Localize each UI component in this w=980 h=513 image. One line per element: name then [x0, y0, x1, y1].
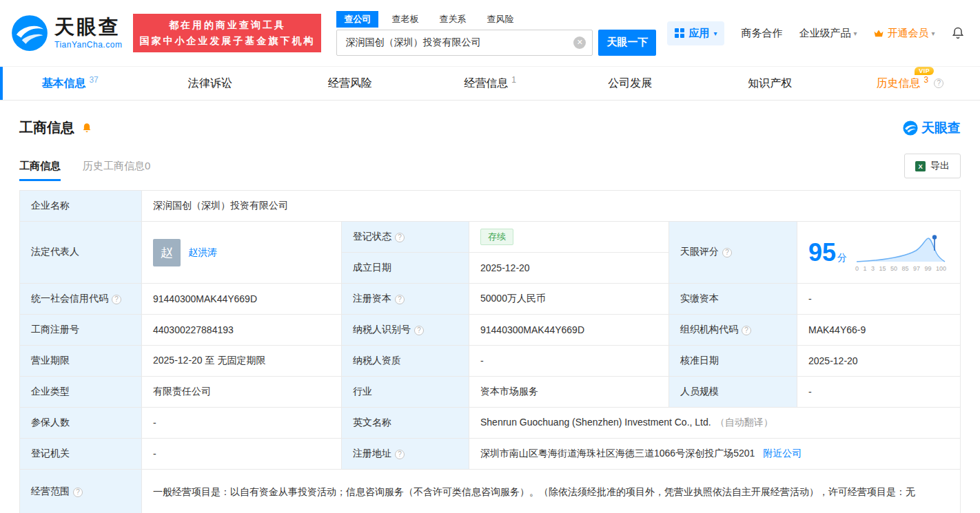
tab-label: 历史信息: [877, 76, 921, 91]
search-tab-company[interactable]: 查公司: [336, 11, 378, 28]
page: 天眼查 TianYanCha.com 都在用的商业查询工具 国家中小企业发展子基…: [0, 0, 980, 513]
crown-icon: [873, 29, 884, 38]
table-row: 登记机关 - 注册地址? 深圳市南山区粤海街道海珠社区海德三道1066号深创投广…: [20, 439, 961, 470]
search-tab-risk[interactable]: 查风险: [479, 11, 521, 28]
field-label-taxpayer-quality: 纳税人资质: [342, 346, 469, 377]
field-value-credit-code: 91440300MAK44Y669D: [142, 284, 342, 315]
help-icon[interactable]: ?: [742, 326, 751, 335]
field-label-business-term: 营业期限: [20, 346, 142, 377]
tab-label: 基本信息: [41, 76, 85, 91]
tab-history-info[interactable]: 历史信息 3 VIP ?: [840, 67, 980, 100]
help-icon[interactable]: ?: [934, 78, 943, 88]
field-value-insured-count: -: [142, 408, 342, 439]
field-label-english-name: 英文名称: [342, 408, 469, 439]
subscribe-bell-icon[interactable]: [81, 122, 93, 134]
field-value-company-name: 深润国创（深圳）投资有限公司: [142, 191, 961, 222]
table-row: 法定代表人 赵 赵洪涛 登记状态? 存续 天眼评分?: [20, 222, 961, 253]
field-value-company-type: 有限责任公司: [142, 377, 342, 408]
field-label-credit-code: 统一社会信用代码?: [20, 284, 142, 315]
tab-count: 3: [924, 75, 929, 85]
subtab-history-business-info[interactable]: 历史工商信息0: [83, 160, 150, 181]
search-input[interactable]: [336, 30, 593, 56]
field-label-business-scope: 经营范围?: [20, 470, 142, 513]
help-icon[interactable]: ?: [395, 295, 405, 304]
help-icon[interactable]: ?: [722, 248, 732, 258]
subtab-business-info[interactable]: 工商信息: [19, 160, 61, 181]
address-text: 深圳市南山区粤海街道海珠社区海德三道1066号深创投广场5201: [480, 448, 755, 459]
clear-search-icon[interactable]: ×: [573, 36, 586, 49]
table-row: 工商注册号 440300227884193 纳税人识别号? 91440300MA…: [20, 315, 961, 346]
field-value-legal-rep: 赵 赵洪涛: [142, 222, 342, 284]
tab-basic-info[interactable]: 基本信息 37: [0, 67, 140, 100]
tick-label: 1: [864, 265, 867, 272]
section-title: 工商信息: [19, 118, 74, 137]
auto-translate-note: （自动翻译）: [715, 417, 773, 428]
legal-rep-link[interactable]: 赵洪涛: [188, 247, 217, 259]
bell-icon: [951, 26, 965, 40]
search-input-wrap: ×: [336, 30, 593, 56]
table-row: 统一社会信用代码? 91440300MAK44Y669D 注册资本? 50000…: [20, 284, 961, 315]
nav-business-cooperation[interactable]: 商务合作: [741, 27, 782, 40]
tab-label: 经营信息: [464, 76, 508, 91]
search-tab-relation[interactable]: 查关系: [431, 11, 473, 28]
nearby-companies-link[interactable]: 附近公司: [763, 448, 802, 459]
promo-banner: 都在用的商业查询工具 国家中小企业发展子基金旗下机构: [133, 14, 321, 52]
english-name-text: Shenrun Guochuang (Shenzhen) Investment …: [480, 417, 711, 428]
tab-legal-proceedings[interactable]: 法律诉讼: [140, 67, 280, 100]
field-label-score: 天眼评分?: [669, 222, 797, 284]
field-value-taxpayer-quality: -: [469, 346, 669, 377]
field-value-reg-status: 存续: [469, 222, 669, 253]
field-label-approval-date: 核准日期: [669, 346, 797, 377]
table-row: 参保人数 - 英文名称 Shenrun Guochuang (Shenzhen)…: [20, 408, 961, 439]
field-value-business-scope: 一般经营项目是：以自有资金从事投资活动；信息咨询服务（不含许可类信息咨询服务）。…: [142, 470, 961, 513]
field-value-reg-authority: -: [142, 439, 342, 470]
help-icon[interactable]: ?: [395, 450, 405, 459]
help-icon[interactable]: ?: [414, 326, 424, 335]
apps-menu[interactable]: 应用 ▾: [667, 21, 724, 45]
score-value: 95: [808, 238, 836, 266]
search-row: × 天眼一下: [336, 30, 656, 56]
caret-down-icon: ▾: [931, 30, 935, 37]
field-value-establish-date: 2025-12-20: [469, 253, 669, 284]
subtab-bar: 工商信息 历史工商信息0 X 导出: [19, 154, 961, 181]
nav-enterprise-products[interactable]: 企业级产品 ▾: [799, 27, 857, 40]
nav-vip-upgrade[interactable]: 开通会员 ▾: [873, 27, 935, 40]
watermark-text: 天眼查: [921, 119, 961, 137]
field-value-english-name: Shenrun Guochuang (Shenzhen) Investment …: [469, 408, 961, 439]
search-button[interactable]: 天眼一下: [598, 30, 656, 56]
field-value-reg-number: 440300227884193: [142, 315, 342, 346]
tab-label: 公司发展: [608, 76, 652, 91]
tab-operational-risk[interactable]: 经营风险: [280, 67, 420, 100]
tab-label: 法律诉讼: [188, 76, 232, 91]
help-icon[interactable]: ?: [112, 295, 121, 304]
tab-company-development[interactable]: 公司发展: [560, 67, 700, 100]
logo-text: 天眼查 TianYanCha.com: [54, 17, 122, 50]
export-button[interactable]: X 导出: [904, 154, 961, 178]
table-row: 企业类型 有限责任公司 行业 资本市场服务 人员规模 -: [20, 377, 961, 408]
tab-count: 37: [89, 75, 98, 85]
tab-business-info[interactable]: 经营信息 1: [420, 67, 560, 100]
field-label-paid-capital: 实缴资本: [669, 284, 797, 315]
tianyancha-watermark: 天眼查: [903, 119, 961, 137]
search-area: 查公司 查老板 查关系 查风险 × 天眼一下: [336, 11, 656, 56]
business-info-table: 企业名称 深润国创（深圳）投资有限公司 法定代表人 赵 赵洪涛 登记状态?: [19, 190, 961, 513]
field-label-reg-number: 工商注册号: [20, 315, 142, 346]
help-icon[interactable]: ?: [73, 488, 83, 497]
field-value-org-code: MAK44Y66-9: [797, 315, 961, 346]
tab-label: 知识产权: [748, 76, 792, 91]
field-value-approval-date: 2025-12-20: [797, 346, 961, 377]
search-tab-boss[interactable]: 查老板: [384, 11, 426, 28]
field-label-company-type: 企业类型: [20, 377, 142, 408]
field-label-staff-size: 人员规模: [669, 377, 797, 408]
field-label-reg-address: 注册地址?: [342, 439, 469, 470]
table-row: 企业名称 深润国创（深圳）投资有限公司: [20, 191, 961, 222]
tab-intellectual-property[interactable]: 知识产权: [700, 67, 840, 100]
notification-bell[interactable]: [951, 26, 965, 40]
caret-down-icon: ▾: [713, 30, 717, 37]
field-value-staff-size: -: [797, 377, 961, 408]
field-label-reg-authority: 登记机关: [20, 439, 142, 470]
legal-rep-avatar: 赵: [153, 239, 181, 266]
tianyancha-logo[interactable]: 天眼查 TianYanCha.com: [11, 14, 122, 52]
help-icon[interactable]: ?: [395, 233, 405, 242]
caret-down-icon: ▾: [853, 30, 857, 37]
